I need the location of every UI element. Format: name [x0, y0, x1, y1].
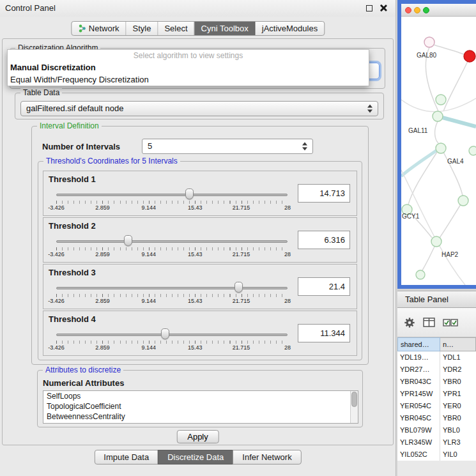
- network-edge[interactable]: [401, 170, 465, 285]
- table-cell[interactable]: YBR0: [440, 412, 476, 424]
- popup-option-equal-width-frequency[interactable]: Equal Width/Frequency Discretization: [8, 73, 369, 86]
- table-row[interactable]: YBL079WYBL0: [397, 424, 476, 436]
- table-cell[interactable]: YIL0: [440, 449, 476, 461]
- table-row[interactable]: YIL052CYIL0: [397, 449, 476, 461]
- table-cell[interactable]: YBL079W: [397, 424, 440, 436]
- tab-select[interactable]: Select: [158, 22, 194, 35]
- network-node[interactable]: [424, 37, 434, 47]
- gear-icon[interactable]: [404, 317, 415, 328]
- table-row[interactable]: YBR045CYBR0: [397, 412, 476, 424]
- network-node-label: GAL4: [447, 158, 464, 165]
- network-edge[interactable]: [440, 204, 461, 238]
- scrollbar-thumb[interactable]: [351, 392, 357, 407]
- table-cell[interactable]: YBR0: [440, 376, 476, 388]
- tab-discretize-data[interactable]: Discretize Data: [158, 450, 233, 464]
- table-cell[interactable]: YDL1: [440, 351, 476, 364]
- slider-track[interactable]: [56, 287, 288, 289]
- threshold-slider[interactable]: -3.4262.8599.14415.4321.71528: [56, 233, 288, 260]
- network-edge[interactable]: [422, 247, 434, 270]
- table-row[interactable]: YDL19…YDL1: [397, 351, 476, 364]
- table-cell[interactable]: YBR043C: [397, 376, 440, 388]
- threshold-panel: Threshold 4 -3.4262.8599.14415.4321.7152…: [43, 311, 357, 356]
- threshold-slider[interactable]: -3.4262.8599.14415.4321.71528: [56, 326, 288, 353]
- table-cell[interactable]: YLR345W: [397, 436, 440, 449]
- popup-option-manual-discretization[interactable]: Manual Discretization: [8, 61, 369, 73]
- network-node[interactable]: [464, 50, 475, 62]
- table-cell[interactable]: YLR3: [440, 436, 476, 449]
- column-header-shared-name[interactable]: shared…: [397, 337, 440, 351]
- slider-thumb[interactable]: [234, 282, 243, 293]
- number-of-intervals-spinner[interactable]: 5: [142, 139, 313, 154]
- slider-track[interactable]: [56, 334, 288, 336]
- scale-label: 21.715: [233, 344, 250, 351]
- table-data-combobox[interactable]: galFiltered.sif default node: [20, 101, 378, 116]
- threshold-value-field[interactable]: 11.344: [298, 324, 350, 342]
- network-node[interactable]: [436, 143, 446, 153]
- list-item[interactable]: SelfLoops: [43, 391, 358, 401]
- tab-infer-network[interactable]: Infer Network: [233, 450, 301, 464]
- attributes-list[interactable]: SelfLoopsTopologicalCoefficientBetweenne…: [43, 390, 358, 424]
- tab-jactivemodules[interactable]: jActiveModules: [256, 22, 324, 35]
- slider-thumb[interactable]: [161, 328, 169, 339]
- network-node-label: GAL11: [408, 127, 428, 134]
- tab-network[interactable]: Network: [72, 22, 127, 35]
- column-header-name[interactable]: n…: [440, 337, 476, 351]
- apply-button[interactable]: Apply: [176, 430, 219, 443]
- network-node[interactable]: [433, 111, 443, 121]
- table-cell[interactable]: YIL052C: [397, 449, 440, 461]
- network-node[interactable]: [431, 236, 441, 247]
- table-cell[interactable]: YBL0: [440, 424, 476, 436]
- scale-label: 9.144: [142, 251, 157, 257]
- table-cell[interactable]: YER054C: [397, 400, 440, 412]
- zoom-traffic-light-icon[interactable]: [423, 7, 429, 13]
- network-node[interactable]: [458, 196, 468, 206]
- network-edge[interactable]: [435, 121, 438, 143]
- table-row[interactable]: YBR043CYBR0: [397, 376, 476, 388]
- table-row[interactable]: YER054CYER0: [397, 400, 476, 412]
- threshold-value-field[interactable]: 14.713: [298, 184, 350, 203]
- threshold-value-field[interactable]: 6.316: [298, 231, 350, 249]
- threshold-value-field[interactable]: 21.4: [298, 277, 350, 296]
- table-panel-header[interactable]: Table Panel: [397, 291, 476, 308]
- table-cell[interactable]: YDR27…: [397, 364, 440, 376]
- slider-thumb[interactable]: [124, 235, 132, 246]
- close-traffic-light-icon[interactable]: [405, 7, 411, 13]
- network-edge[interactable]: [433, 45, 465, 55]
- table-row[interactable]: YPR145WYPR1: [397, 388, 476, 400]
- close-icon[interactable]: [379, 4, 387, 12]
- table-cell[interactable]: YBR045C: [397, 412, 440, 424]
- network-edge[interactable]: [401, 148, 440, 176]
- slider-track[interactable]: [56, 240, 288, 243]
- network-node[interactable]: [436, 95, 446, 105]
- network-node[interactable]: [469, 146, 476, 155]
- table-cell[interactable]: YPR145W: [397, 388, 440, 400]
- threshold-slider[interactable]: -3.4262.8599.14415.4321.71528: [56, 187, 288, 213]
- scale-label: 15.43: [188, 344, 203, 351]
- tab-impute-data[interactable]: Impute Data: [94, 450, 158, 464]
- attributes-scrollbar[interactable]: [350, 391, 358, 423]
- tab-style[interactable]: Style: [127, 22, 158, 35]
- table-cell[interactable]: YDL19…: [397, 351, 440, 364]
- select-columns-checkboxes-icon[interactable]: [443, 318, 458, 327]
- tab-cyni-toolbox[interactable]: Cyni Toolbox: [195, 22, 256, 35]
- table-row[interactable]: YLR345WYLR3: [397, 436, 476, 449]
- network-node[interactable]: [416, 270, 425, 279]
- threshold-slider[interactable]: -3.4262.8599.14415.4321.71528: [56, 280, 288, 307]
- list-item[interactable]: BetweennessCentrality: [43, 411, 358, 422]
- network-canvas[interactable]: GAL80GAL11GAL4GCY1HAP2: [401, 17, 476, 285]
- table-cell[interactable]: YPR1: [440, 388, 476, 400]
- slider-track[interactable]: [56, 194, 288, 196]
- float-window-icon[interactable]: [366, 5, 372, 12]
- table-row[interactable]: YDR27…YDR2: [397, 364, 476, 376]
- algorithm-dropdown-popup: Select algorithm to view settings Manual…: [7, 49, 369, 86]
- combo-arrows-icon: [367, 105, 373, 113]
- slider-thumb[interactable]: [185, 188, 194, 199]
- table-cell[interactable]: YER0: [440, 400, 476, 412]
- columns-icon[interactable]: [423, 318, 435, 327]
- network-edge[interactable]: [443, 61, 468, 111]
- list-item[interactable]: TopologicalCoefficient: [43, 401, 358, 411]
- minimize-traffic-light-icon[interactable]: [414, 7, 420, 13]
- network-edge[interactable]: [438, 116, 476, 127]
- table-cell[interactable]: YDR2: [440, 364, 476, 376]
- network-canvas-area[interactable]: GAL80GAL11GAL4GCY1HAP2: [401, 17, 476, 285]
